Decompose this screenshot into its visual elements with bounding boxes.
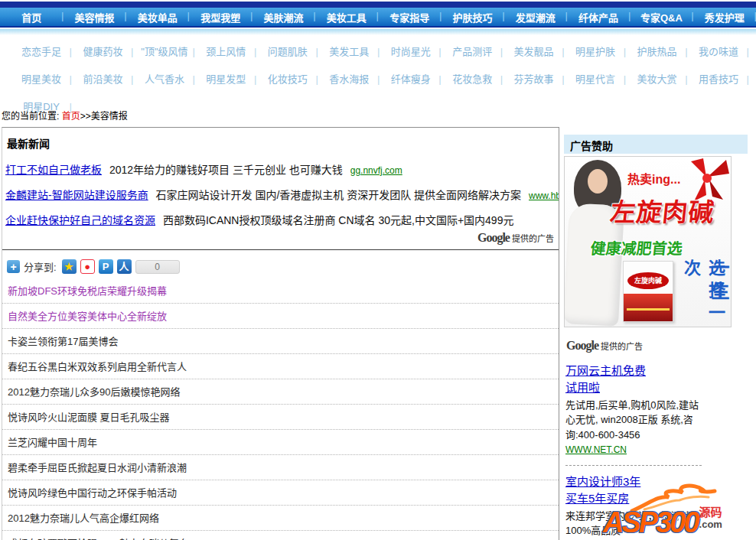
subnav-link[interactable]: 我の味道 (689, 41, 748, 63)
google-logo: Google (477, 231, 510, 244)
subnav-link[interactable]: 时尚星光 (382, 41, 440, 63)
breadcrumb-label: 您的当前位置: (2, 111, 59, 122)
news-item[interactable]: 春纪五谷黑白米双效系列启用全新代言人 (2, 354, 559, 379)
subnav-link[interactable]: 明星发型 (197, 69, 255, 90)
share-label: 分享到: (24, 259, 57, 274)
ad-link[interactable]: 企业赶快保护好自己的域名资源 (5, 214, 155, 226)
product-box: 左旋肉碱 (623, 261, 673, 322)
topnav-bar: 首页 美容情报 美妆单品 我型我塑 美肤潮流 美妆工具 专家指导 护肤技巧 发型… (0, 8, 756, 28)
breadcrumb-home-link[interactable]: 首页 (62, 111, 80, 122)
subnav-link[interactable]: 问题肌肤 (259, 41, 317, 63)
subnav-link[interactable]: 花妆急救 (443, 69, 501, 90)
breadcrumb: 您的当前位置: 首页>>美容情报 (2, 109, 128, 122)
news-item[interactable]: 2012魅力奈瑞儿众多90后嫩模惊艳网络 (2, 379, 559, 405)
news-item[interactable]: 悦诗风吟绿色中国行动之环保手帕活动 (2, 480, 559, 506)
pengyou-icon[interactable]: P (99, 259, 113, 274)
topnav-item-makeup-items[interactable]: 美妆单品 (126, 10, 189, 24)
topnav-item-hairstyle-trend[interactable]: 发型潮流 (504, 10, 567, 24)
text-ad-row: 打工不如自己做老板 2012年给力的赚钱好项目 三千元创业 也可赚大钱 gg.n… (5, 161, 559, 177)
subnav-link[interactable]: 护肤热品 (628, 41, 686, 63)
subnav-row-1: 恋恋手足 健康药妆 "顶"级风情 颈上风情 问题肌肤 美发工具 时尚星光 产品测… (0, 41, 756, 63)
subnav-gradient-strip (0, 29, 756, 35)
subnav-link[interactable]: 用香技巧 (689, 69, 748, 90)
model-face-shape (588, 169, 608, 194)
subnav-link[interactable]: 人气香水 (135, 69, 194, 90)
ad-url-link[interactable]: www.hbjinl (529, 190, 559, 201)
subnav-link[interactable]: 明星护肤 (566, 41, 624, 63)
ad-title-text: 左旋肉碱 (608, 192, 716, 229)
subnav-link[interactable]: 美发靓品 (505, 41, 563, 63)
subnav-link[interactable]: 前沿美妆 (73, 69, 132, 90)
product-box-label: 左旋肉碱 (627, 272, 669, 289)
subnav-link[interactable]: 产品测评 (443, 41, 501, 63)
topnav-navy-strip (0, 2, 756, 8)
ad-link[interactable]: 打工不如自己做老板 (5, 164, 102, 176)
topnav-item-expert-qa[interactable]: 专家Q&A (630, 10, 692, 24)
google-logo: Google (566, 339, 598, 352)
subnav-link[interactable]: 纤体瘦身 (382, 69, 440, 90)
top-navigation: 首页 美容情报 美妆单品 我型我塑 美肤潮流 美妆工具 专家指导 护肤技巧 发型… (0, 2, 756, 28)
share-count: 0 (135, 260, 180, 274)
subnav-link[interactable]: 明星美妆 (12, 69, 70, 90)
breadcrumb-path: >>美容情报 (80, 111, 128, 122)
topnav-item-body-products[interactable]: 纤体产品 (567, 10, 630, 24)
qzone-icon[interactable]: ★ (62, 259, 77, 274)
news-item[interactable]: 卡姿兰领衔第17届美博会 (2, 329, 559, 354)
news-item[interactable]: 碧柔牵手屈臣氏掀起夏日水润小清新浪潮 (2, 455, 559, 480)
share-plus-icon[interactable]: + (7, 260, 20, 273)
ad-description: 2012年给力的赚钱好项目 三千元创业 也可赚大钱 (109, 164, 343, 176)
topnav-item-skin-trend[interactable]: 美肤潮流 (252, 10, 314, 24)
renren-icon[interactable]: 人 (117, 259, 132, 274)
ad-description: 先试用,后买单,购机0风险,建站心无忧, win2008正版 系统,咨 询:40… (565, 398, 702, 443)
subnav-link[interactable]: 颈上风情 (197, 41, 255, 63)
google-ads-byline: Google 提供的广告 (473, 231, 554, 245)
subnav-link[interactable]: 芬芳故事 (505, 69, 563, 90)
news-panel: 最新新闻 打工不如自己做老板 2012年给力的赚钱好项目 三千元创业 也可赚大钱… (2, 127, 559, 540)
sidebar: 广告赞助 热卖ing... 左旋肉碱 健康减肥首选 选择一次 美丽一生 左旋肉碱 (564, 135, 748, 538)
ad-link[interactable]: 万网云主机免费 (565, 363, 702, 379)
sidebar-header: 广告赞助 (564, 135, 748, 154)
google-byline-text: 提供的广告 (601, 342, 643, 351)
page: 首页 美容情报 美妆单品 我型我塑 美肤潮流 美妆工具 专家指导 护肤技巧 发型… (0, 0, 756, 540)
news-item[interactable]: 成都女孩贾璐西抢眼2012魅力奈瑞儿舞台 (2, 531, 559, 540)
subnav-link[interactable]: 健康药妆 (73, 41, 132, 63)
product-box-streak (627, 308, 670, 311)
topnav-item-makeup-tools[interactable]: 美妆工具 (315, 10, 378, 24)
news-item[interactable]: 悦诗风吟火山泥面膜 夏日毛孔吸尘器 (2, 405, 559, 430)
watermark-cn: 源码 (699, 506, 722, 519)
subnav-link[interactable]: 香水海报 (320, 69, 378, 90)
topnav-item-expert-guide[interactable]: 专家指导 (378, 10, 441, 24)
google-text-ads: 打工不如自己做老板 2012年给力的赚钱好项目 三千元创业 也可赚大钱 gg.n… (2, 151, 559, 250)
news-item[interactable]: 自然美全方位美容美体中心全新绽放 (2, 304, 559, 329)
subnav-link[interactable]: 美妆大赏 (628, 69, 686, 90)
ad-url-link[interactable]: gg.nnvfj.com (350, 165, 402, 176)
subnav-link[interactable]: "顶"级风情 (135, 41, 194, 63)
news-item[interactable]: 新加坡DFS环球免税店荣耀升级揭幕 (2, 278, 559, 304)
subnav-link[interactable]: 恋恋手足 (12, 41, 70, 63)
share-bar: + 分享到: ★ ● P 人 0 (7, 259, 559, 274)
weibo-icon[interactable]: ● (80, 259, 95, 274)
news-item[interactable]: 兰芝闪耀中国十周年 (2, 430, 559, 455)
news-item[interactable]: 2012魅力奈瑞儿人气高企爆红网络 (2, 506, 559, 531)
topnav-item-home[interactable]: 首页 (0, 10, 63, 24)
news-list: 新加坡DFS环球免税店荣耀升级揭幕 自然美全方位美容美体中心全新绽放 卡姿兰领衔… (2, 278, 559, 540)
topnav-item-my-style[interactable]: 我型我塑 (189, 10, 252, 24)
subnav-link[interactable]: 化妆技巧 (259, 69, 317, 90)
subnav-link[interactable]: 明星代言 (566, 69, 624, 90)
ad-link[interactable]: 金麟建站-智能网站建设服务商 (5, 189, 148, 201)
google-ads-byline: Google 提供的广告 (566, 339, 748, 353)
ad-hot-text: 热卖ing... (627, 169, 680, 187)
ad-vertical-text-2: 美丽一生 (705, 258, 732, 327)
subnav-link[interactable]: 美发工具 (320, 41, 378, 63)
news-heading: 最新新闻 (2, 128, 559, 151)
ad-url-link[interactable]: WWW.NET.CN (565, 444, 627, 455)
topnav-item-skincare-tips[interactable]: 护肤技巧 (441, 10, 503, 24)
sidebar-text-ad: 万网云主机免费 试用啦 先试用,后买单,购机0风险,建站心无忧, win2008… (565, 363, 702, 456)
topnav-item-hair-care[interactable]: 秀发护理 (693, 10, 756, 24)
text-ad-row: 企业赶快保护好自己的域名资源 西部数码ICANN授权顶级域名注册商 CN域名 3… (5, 212, 559, 227)
ad-link[interactable]: 试用啦 (565, 379, 702, 396)
asp300-watermark-logo: ASP300 源码 .com (603, 493, 754, 538)
topnav-item-beauty-info[interactable]: 美容情报 (63, 10, 125, 24)
ad-description: 石家庄网站设计开发 国内/香港虚拟主机 资深开发团队 提供全面网络解决方案 (156, 189, 522, 201)
banner-ad[interactable]: 热卖ing... 左旋肉碱 健康减肥首选 选择一次 美丽一生 左旋肉碱 (564, 156, 732, 327)
